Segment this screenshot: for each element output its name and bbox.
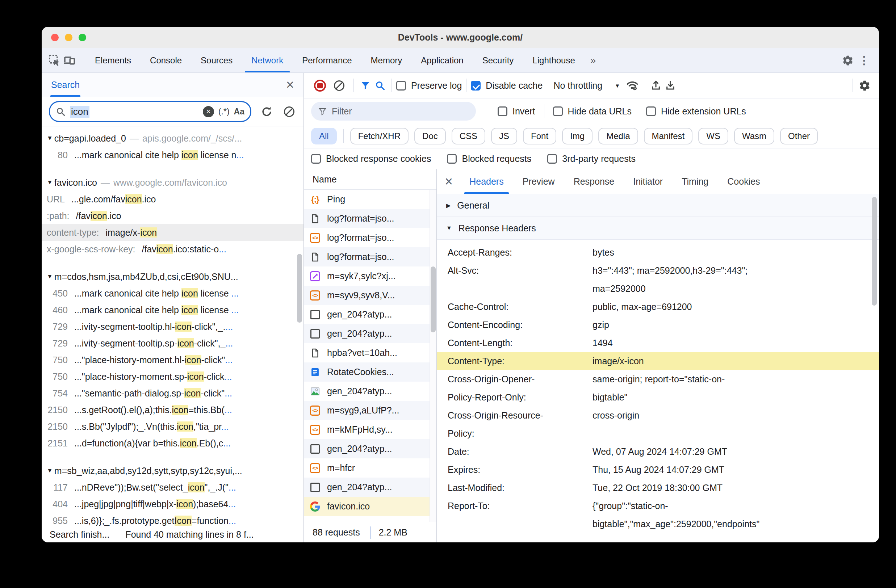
search-match-row[interactable]: 80...mark canonical cite help icon licen… <box>42 147 303 163</box>
match-case-toggle[interactable]: Aa <box>234 107 244 117</box>
checkbox-unchecked[interactable] <box>396 81 406 90</box>
refresh-search-icon[interactable] <box>259 104 274 119</box>
search-match-row[interactable]: 450...mark canonical cite help icon lice… <box>42 285 303 302</box>
import-har-icon[interactable] <box>649 78 663 93</box>
details-tab-cookies[interactable]: Cookies <box>718 169 769 194</box>
request-row-rotatecookies-[interactable]: RotateCookies... <box>304 363 436 382</box>
minimize-window-button[interactable] <box>65 34 72 41</box>
chip-manifest[interactable]: Manifest <box>644 128 693 145</box>
clear-search-icon[interactable]: × <box>203 106 214 117</box>
search-match-row[interactable]: 2150...s.getRoot().el(),a);this.icon=thi… <box>42 402 303 418</box>
request-row-hpba-vet-10ah-[interactable]: hpba?vet=10ah... <box>304 343 436 363</box>
more-tabs-button[interactable]: » <box>585 55 602 66</box>
details-scrollbar-thumb[interactable] <box>872 197 877 306</box>
close-window-button[interactable] <box>51 34 59 41</box>
request-row-m-kmfphd-sy-[interactable]: <>m=kMFpHd,sy... <box>304 420 436 439</box>
search-match-row[interactable]: 754..."semantic-path-dialog.sp-icon-clic… <box>42 385 303 402</box>
search-match-row[interactable]: URL...gle.com/favicon.ico <box>42 191 303 207</box>
network-settings-gear-icon[interactable] <box>857 78 872 93</box>
search-file-row[interactable]: ▼m=sb_wiz,aa,abd,sy12d,sytt,sytp,sy12c,s… <box>42 462 303 479</box>
hide-data-urls-checkbox[interactable]: Hide data URLs <box>553 106 632 117</box>
details-tab-response[interactable]: Response <box>564 169 624 194</box>
search-network-icon[interactable] <box>373 78 387 93</box>
kebab-menu-icon[interactable]: ⋮ <box>855 54 873 67</box>
general-section-header[interactable]: ▶ General <box>437 194 879 217</box>
clear-network-log-icon[interactable] <box>332 78 346 93</box>
search-match-row[interactable]: x-google-scs-row-key:/favicon.ico:static… <box>42 241 303 257</box>
export-har-icon[interactable] <box>663 78 678 93</box>
search-match-row[interactable]: 729...ivity-segment-tooltip.hl-icon-clic… <box>42 318 303 335</box>
close-details-icon[interactable]: × <box>445 175 453 188</box>
request-row-m-syk7-sylc-xj-[interactable]: m=syk7,sylc?xj... <box>304 267 436 286</box>
filter-input[interactable]: Filter <box>311 102 476 120</box>
search-match-row[interactable]: content-type:image/x-icon <box>42 224 303 241</box>
chip-ws[interactable]: WS <box>698 128 728 145</box>
search-match-row[interactable]: 955...is,6)};_.fs.prototype.getIcon=func… <box>42 512 303 526</box>
tab-console[interactable]: Console <box>140 48 191 72</box>
details-tab-preview[interactable]: Preview <box>513 169 564 194</box>
chip-font[interactable]: Font <box>523 128 556 145</box>
request-row-gen-204-atyp-[interactable]: gen_204?atyp... <box>304 305 436 324</box>
checkbox-checked[interactable] <box>471 81 481 90</box>
tab-lighthouse[interactable]: Lighthouse <box>523 48 584 72</box>
search-match-row[interactable]: 460...mark canonical cite help icon lice… <box>42 302 303 318</box>
throttling-dropdown[interactable]: No throttling ▼ <box>553 81 620 91</box>
tab-security[interactable]: Security <box>473 48 523 72</box>
record-network-log-button[interactable] <box>314 80 326 91</box>
search-match-row[interactable]: 750..."place-history-moment.hl-icon-clic… <box>42 352 303 368</box>
search-match-row[interactable]: 404...jpeg|jpg|png|tiff|webp|x-icon);bas… <box>42 496 303 512</box>
chip-other[interactable]: Other <box>780 128 818 145</box>
request-row-log-format-jso-[interactable]: <>log?format=jso... <box>304 228 436 247</box>
close-drawer-icon[interactable]: × <box>286 78 294 91</box>
search-input[interactable]: icon × (.*) Aa <box>49 101 251 122</box>
request-row-gen-204-atyp-[interactable]: gen_204?atyp... <box>304 439 436 459</box>
disable-cache-checkbox[interactable]: Disable cache <box>471 81 542 91</box>
request-row-favicon-ico[interactable]: favicon.ico <box>304 497 436 516</box>
zoom-window-button[interactable] <box>79 34 86 41</box>
tab-network[interactable]: Network <box>242 48 293 72</box>
tab-search[interactable]: Search <box>51 73 80 97</box>
tab-sources[interactable]: Sources <box>191 48 242 72</box>
chip-fetch-xhr[interactable]: Fetch/XHR <box>350 128 408 145</box>
preserve-log-checkbox[interactable]: Preserve log <box>396 81 462 91</box>
search-match-row[interactable]: 2151...d=function(a){var b=this.icon.Eb(… <box>42 435 303 451</box>
tab-performance[interactable]: Performance <box>293 48 361 72</box>
hide-extension-urls-checkbox[interactable]: Hide extension URLs <box>646 106 746 117</box>
clear-search-results-icon[interactable] <box>282 104 296 119</box>
search-file-row[interactable]: ▼cb=gapi.loaded_0—apis.google.com/_/scs/… <box>42 130 303 147</box>
response-headers-section-header[interactable]: ▼ Response Headers <box>437 217 879 240</box>
checkbox-blocked-requests[interactable]: Blocked requests <box>447 154 531 164</box>
request-row-m-syv9-syv8-v-[interactable]: <>m=syv9,syv8,V... <box>304 286 436 305</box>
search-file-row[interactable]: ▼favicon.ico—www.google.com/favicon.ico <box>42 174 303 191</box>
request-row-log-format-jso-[interactable]: log?format=jso... <box>304 209 436 228</box>
invert-checkbox[interactable]: Invert <box>498 106 535 117</box>
tab-application[interactable]: Application <box>411 48 472 72</box>
regex-toggle[interactable]: (.*) <box>218 107 230 117</box>
request-row-log-format-jso-[interactable]: log?format=jso... <box>304 247 436 267</box>
tab-elements[interactable]: Elements <box>85 48 140 72</box>
network-conditions-icon[interactable] <box>625 78 640 93</box>
search-match-row[interactable]: 750..."place-history-moment.sp-icon-clic… <box>42 368 303 385</box>
search-match-row[interactable]: 729...ivity-segment-tooltip.sp-icon-clic… <box>42 335 303 352</box>
search-match-row[interactable]: 2150...s.Bb("Jylpdf");_.Vn(this.icon,"ti… <box>42 418 303 435</box>
details-tab-initiator[interactable]: Initiator <box>624 169 672 194</box>
name-column-header[interactable]: Name <box>304 169 436 190</box>
search-match-row[interactable]: 117...nDReve"));Bw.set("select_icon",_.J… <box>42 479 303 496</box>
chip-js[interactable]: JS <box>491 128 517 145</box>
chip-media[interactable]: Media <box>598 128 638 145</box>
details-tab-timing[interactable]: Timing <box>672 169 718 194</box>
search-match-row[interactable]: :path:/favicon.ico <box>42 207 303 224</box>
settings-gear-icon[interactable] <box>841 53 855 68</box>
request-row-ping[interactable]: {;}Ping <box>304 190 436 209</box>
request-list-scrollbar[interactable] <box>430 190 436 522</box>
checkbox-3rd-party-requests[interactable]: 3rd-party requests <box>547 154 635 164</box>
request-row-gen-204-atyp-[interactable]: gen_204?atyp... <box>304 478 436 497</box>
inspect-element-icon[interactable] <box>47 53 62 68</box>
request-row-m-syg9-alufp-[interactable]: <>m=syg9,aLUfP?... <box>304 401 436 420</box>
search-file-row[interactable]: ▼m=cdos,hsm,jsa,mb4ZUb,d,csi,cEt90b,SNU.… <box>42 268 303 285</box>
filter-funnel-icon[interactable] <box>358 78 373 93</box>
request-row-gen-204-atyp-[interactable]: gen_204?atyp... <box>304 382 436 401</box>
request-row-gen-204-atyp-[interactable]: gen_204?atyp... <box>304 324 436 343</box>
chip-all[interactable]: All <box>311 128 337 145</box>
chip-wasm[interactable]: Wasm <box>734 128 774 145</box>
